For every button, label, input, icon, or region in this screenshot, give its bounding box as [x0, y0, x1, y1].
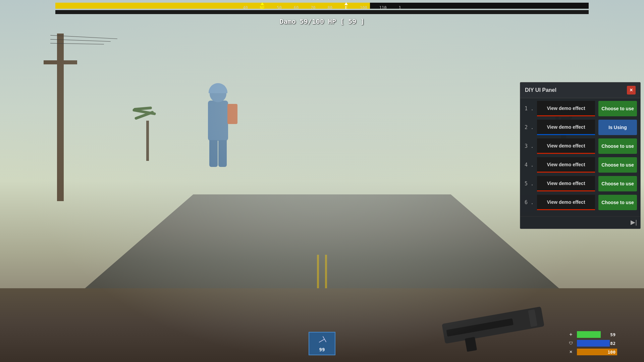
hud-bars	[55, 3, 589, 15]
choose-button-4[interactable]: Choose to use	[598, 157, 637, 173]
player-character	[208, 101, 228, 141]
panel-footer: ▶|	[520, 216, 640, 229]
weapon-ammo-count: 99	[319, 347, 325, 352]
ammo-icon: ✕	[568, 350, 574, 354]
ammo-value: 100	[608, 350, 615, 355]
health-bar-fill	[577, 331, 601, 338]
choose-button-1[interactable]: Choose to use	[598, 101, 637, 116]
armor-icon: 🛡	[568, 341, 574, 346]
xp-bar-container	[55, 10, 589, 14]
row-number-5: 5 .	[524, 181, 534, 187]
health-value: 59	[610, 332, 615, 337]
stat-row-health: + 59	[568, 331, 617, 338]
panel-row-2: 2 . View demo effect Is Using	[524, 120, 637, 135]
choose-button-6[interactable]: Choose to use	[598, 195, 637, 210]
armor-bar: 82	[577, 340, 617, 347]
view-demo-button-1[interactable]: View demo effect	[537, 101, 595, 116]
view-demo-button-4[interactable]: View demo effect	[537, 157, 595, 173]
panel-row-5: 5 . View demo effect Choose to use	[524, 176, 637, 191]
health-icon: +	[568, 331, 574, 338]
row-number-6: 6 .	[524, 199, 534, 205]
hp-bar-fill	[55, 3, 370, 9]
view-demo-button-2[interactable]: View demo effect	[537, 120, 595, 135]
row-number-1: 1 .	[524, 106, 534, 112]
armor-value: 82	[610, 341, 615, 346]
hp-bar-container	[55, 3, 589, 9]
choose-button-5[interactable]: Choose to use	[598, 176, 637, 191]
play-button[interactable]: ▶|	[631, 219, 637, 226]
ammo-bar: 100	[577, 349, 617, 355]
is-using-button-2[interactable]: Is Using	[598, 120, 637, 135]
bottom-hud: + 59 🛡 82 ✕ 100	[568, 331, 617, 355]
weapon-slot: ⊣ 99	[309, 332, 335, 355]
row-number-3: 3 .	[524, 143, 534, 149]
power-pole	[57, 34, 64, 201]
panel-row-6: 6 . View demo effect Choose to use	[524, 195, 637, 210]
pole-arm	[44, 60, 77, 64]
stat-row-ammo: ✕ 100	[568, 349, 617, 355]
panel-close-button[interactable]: ×	[627, 86, 636, 95]
player-info: Damo 59/100 HP [ 59 ]	[280, 17, 365, 25]
panel-row-3: 3 . View demo effect Choose to use	[524, 138, 637, 154]
view-demo-button-5[interactable]: View demo effect	[537, 176, 595, 191]
stat-row-armor: 🛡 82	[568, 340, 617, 347]
panel-row-1: 1 . View demo effect Choose to use	[524, 101, 637, 116]
panel-row-4: 4 . View demo effect Choose to use	[524, 157, 637, 173]
view-demo-button-3[interactable]: View demo effect	[537, 138, 595, 154]
weapon-icon: ⊣	[316, 334, 328, 348]
panel-header: DIY UI Panel ×	[520, 82, 640, 98]
row-number-4: 4 .	[524, 162, 534, 168]
panel-content: 1 . View demo effect Choose to use 2 . V…	[520, 98, 640, 216]
view-demo-button-6[interactable]: View demo effect	[537, 195, 595, 210]
weapon-icon-box: ⊣ 99	[309, 332, 335, 355]
row-number-2: 2 .	[524, 124, 534, 130]
hp-bar-empty	[370, 3, 589, 9]
xp-bar-fill	[55, 10, 589, 14]
panel-title: DIY UI Panel	[525, 87, 556, 93]
diy-panel: DIY UI Panel × 1 . View demo effect Choo…	[520, 82, 641, 229]
choose-button-3[interactable]: Choose to use	[598, 138, 637, 154]
palm-trees	[127, 94, 168, 161]
armor-bar-fill	[577, 340, 610, 347]
health-bar: 59	[577, 331, 617, 338]
